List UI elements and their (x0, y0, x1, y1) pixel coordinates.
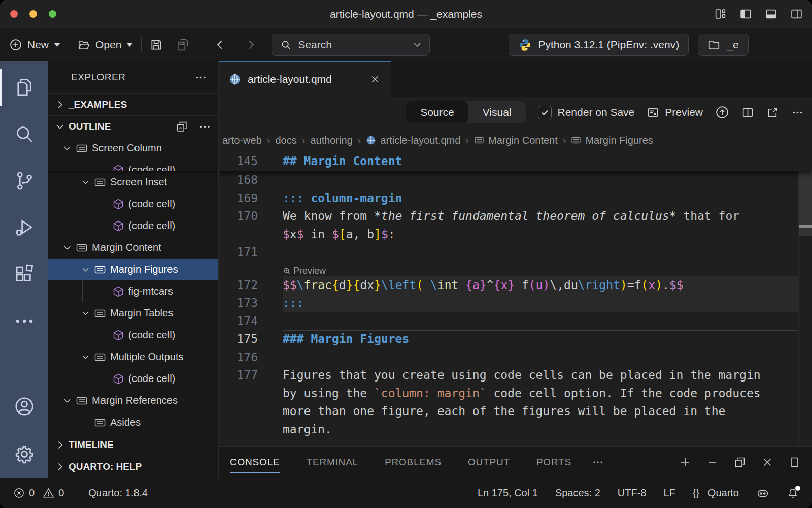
status-item-copilot[interactable] (756, 487, 769, 500)
status-item-utf-8[interactable]: UTF-8 (618, 487, 647, 499)
activity-item-more[interactable] (0, 298, 48, 344)
sidebar-right-icon[interactable] (790, 8, 803, 20)
outline-item--code-cell-[interactable]: (code cell) (48, 368, 218, 390)
activity-item-settings[interactable] (0, 431, 48, 478)
activity-item-search[interactable] (0, 111, 48, 157)
visual-mode-button[interactable]: Visual (468, 106, 526, 118)
new-console-icon[interactable] (679, 456, 691, 468)
save-button[interactable] (150, 38, 163, 51)
editor-scrollbar[interactable] (798, 152, 812, 446)
back-button[interactable] (214, 38, 227, 51)
status-item-lf[interactable]: LF (664, 487, 675, 499)
outline-item--code-cell-[interactable]: (code cell) (48, 324, 218, 346)
publish-icon[interactable] (715, 105, 729, 119)
sidebar-section-timeline[interactable]: TIMELINE (48, 434, 218, 456)
panel-tab-ports[interactable]: PORTS (536, 447, 571, 478)
activity-item-source-control[interactable] (0, 157, 48, 204)
panel-tab-console[interactable]: CONSOLE (230, 447, 280, 478)
quarto-version-status[interactable]: Quarto: 1.8.4 (88, 487, 148, 499)
sidebar-section-outline[interactable]: OUTLINE (48, 115, 218, 137)
breadcrumb-item[interactable]: Margin Content (473, 135, 559, 146)
outline-item--code-cell-[interactable]: (code cell) (48, 193, 218, 215)
activity-item-run-debug[interactable] (0, 204, 48, 251)
zoom-window-button[interactable] (49, 10, 56, 18)
outline-item-asides[interactable]: Asides (48, 411, 218, 433)
outline-item-margin-tables[interactable]: Margin Tables (48, 302, 218, 324)
activity-item-explorer[interactable] (0, 64, 48, 111)
breadcrumb-item[interactable]: authoring (309, 135, 353, 146)
new-button[interactable]: New (9, 38, 60, 51)
search-icon (280, 39, 292, 51)
sidebar-left-filled-icon[interactable] (739, 8, 752, 20)
status-item-ln-175-col-1[interactable]: Ln 175, Col 1 (478, 487, 538, 499)
split-editor-icon[interactable] (741, 106, 754, 119)
preview-button[interactable]: Preview (647, 106, 703, 119)
outline-item-fig-mtcars[interactable]: fig-mtcars (48, 280, 218, 302)
timeline-section-label: TIMELINE (69, 439, 114, 451)
tab-article-layout[interactable]: article-layout.qmd (219, 61, 391, 97)
toolbar-divider (141, 37, 142, 52)
search-input[interactable]: Search (272, 34, 430, 56)
panel-tab-terminal[interactable]: TERMINAL (307, 447, 358, 478)
open-external-icon[interactable] (766, 106, 779, 119)
outline-item--code-cell-[interactable]: (code cell) (48, 159, 218, 171)
code-line-wrap: by using the `column: margin` code cell … (219, 385, 812, 403)
sidebar-section-examples[interactable]: _EXAMPLES (48, 93, 218, 115)
breadcrumb-item[interactable]: Margin Figures (570, 135, 654, 146)
status-item-spaces-2[interactable]: Spaces: 2 (555, 487, 600, 499)
close-icon[interactable] (369, 74, 381, 85)
outline-item-margin-references[interactable]: Margin References (48, 390, 218, 411)
problems-status[interactable]: 0 0 (13, 487, 64, 499)
code-line-content (283, 312, 798, 331)
layout-grid-icon[interactable] (714, 8, 727, 20)
restore-panel-icon[interactable] (734, 456, 746, 468)
more-actions-icon[interactable] (791, 106, 804, 119)
close-panel-icon[interactable] (761, 456, 773, 468)
minimize-window-button[interactable] (29, 10, 37, 18)
chevron-down-icon[interactable] (62, 242, 76, 254)
collapse-all-icon[interactable] (176, 120, 188, 133)
minimize-panel-icon[interactable] (706, 456, 719, 468)
outline-item-screen-column[interactable]: Screen Column (48, 137, 218, 159)
status-item-quarto[interactable]: {}Quarto (693, 487, 739, 499)
panel-tab-problems[interactable]: PROBLEMS (385, 447, 442, 478)
chevron-down-icon[interactable] (62, 142, 76, 154)
chevron-down-icon[interactable] (62, 395, 76, 407)
breadcrumb-item[interactable]: article-layout.qmd (365, 135, 461, 146)
code-editor[interactable]: 145## Margin Content168169::: column-mar… (219, 152, 812, 446)
chevron-down-icon[interactable] (81, 176, 94, 188)
activity-item-account[interactable] (0, 383, 48, 430)
chevron-down-icon (54, 121, 65, 132)
source-mode-button[interactable]: Source (406, 101, 468, 123)
interpreter-selector[interactable]: Python 3.12.1 (PipEnv: .venv) (509, 34, 689, 56)
explorer-header: EXPLORER (48, 61, 218, 93)
outline-item-margin-content[interactable]: Margin Content (48, 237, 218, 259)
outline-item-screen-inset[interactable]: Screen Inset (48, 171, 218, 193)
activity-item-extensions[interactable] (0, 251, 48, 298)
render-on-save-toggle[interactable]: Render on Save (538, 106, 635, 119)
forward-button[interactable] (244, 38, 257, 51)
more-actions-icon[interactable] (194, 71, 207, 84)
codelens-preview[interactable]: Preview (219, 262, 812, 276)
outline-item-label: Multiple Outputs (110, 351, 184, 363)
more-panel-tabs-icon[interactable] (592, 447, 604, 478)
sidebar-section-quarto-help[interactable]: QUARTO: HELP (48, 456, 218, 478)
save-all-button[interactable] (176, 38, 189, 51)
outline-item-multiple-outputs[interactable]: Multiple Outputs (48, 346, 218, 368)
outline-item--code-cell-[interactable]: (code cell) (48, 215, 218, 237)
more-actions-icon[interactable] (198, 120, 211, 133)
open-label: Open (95, 39, 121, 51)
outline-item-margin-figures[interactable]: Margin Figures (48, 259, 218, 280)
breadcrumb-item[interactable]: arto-web (221, 135, 263, 146)
close-window-button[interactable] (10, 10, 18, 18)
open-button[interactable]: Open (77, 38, 133, 51)
panel-bottom-filled-icon[interactable] (765, 8, 777, 20)
chevron-down-icon[interactable] (81, 307, 94, 320)
chevron-down-icon[interactable] (81, 264, 94, 276)
chevron-down-icon[interactable] (81, 351, 94, 363)
breadcrumb-item[interactable]: docs (274, 135, 297, 146)
panel-tab-output[interactable]: OUTPUT (468, 447, 510, 478)
workspace-folder-button[interactable]: _e (698, 34, 748, 56)
status-item-bell[interactable] (787, 487, 799, 499)
panel-layout-icon[interactable] (789, 456, 801, 468)
